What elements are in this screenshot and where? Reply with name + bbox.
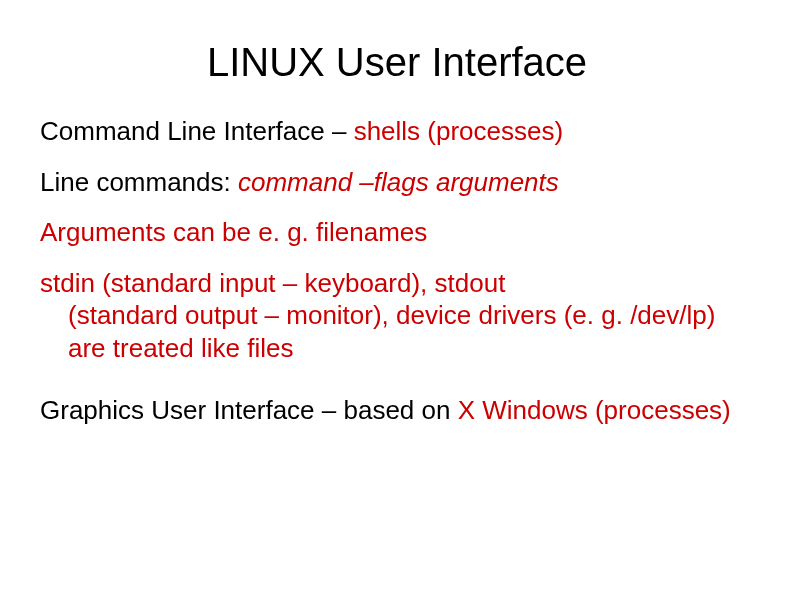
text-stdio-cont: (standard output – monitor), device driv… xyxy=(40,299,754,364)
line-stdio: stdin (standard input – keyboard), stdou… xyxy=(40,267,754,365)
text-cli-label: Command Line Interface – xyxy=(40,116,354,146)
text-shells: shells (processes) xyxy=(354,116,564,146)
line-commands: Line commands: command –flags arguments xyxy=(40,166,754,199)
text-line-commands-label: Line commands: xyxy=(40,167,238,197)
slide: LINUX User Interface Command Line Interf… xyxy=(0,0,794,595)
text-xwindows: X Windows (processes) xyxy=(458,395,731,425)
line-cli: Command Line Interface – shells (process… xyxy=(40,115,754,148)
line-arguments: Arguments can be e. g. filenames xyxy=(40,216,754,249)
line-gui: Graphics User Interface – based on X Win… xyxy=(40,394,754,427)
text-command-syntax: command –flags arguments xyxy=(238,167,559,197)
text-stdio-first: stdin (standard input – keyboard), stdou… xyxy=(40,268,505,298)
text-gui-label: Graphics User Interface – based on xyxy=(40,395,458,425)
slide-title: LINUX User Interface xyxy=(40,40,754,85)
